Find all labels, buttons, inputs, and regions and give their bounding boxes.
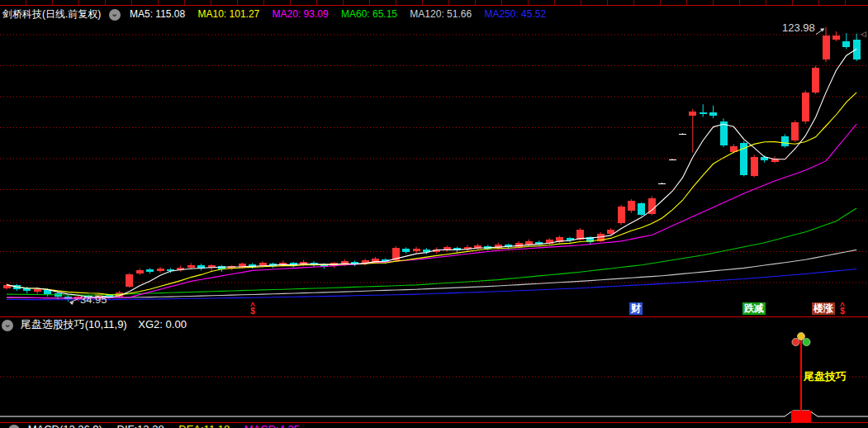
candle-body xyxy=(23,288,31,291)
candle-body xyxy=(607,230,614,233)
dollar-signal-marker[interactable]: ^ $ xyxy=(837,304,847,314)
signal-balls-icon xyxy=(803,339,810,346)
candle-body xyxy=(658,183,666,184)
candle-body xyxy=(842,41,850,47)
candle-body xyxy=(157,269,164,271)
chevron-down-icon[interactable]: ⌄ xyxy=(109,9,121,21)
macd-params-label: MACD(12,26,9) xyxy=(28,423,102,428)
ma120-label: MA120: 51.66 xyxy=(410,8,472,20)
ma250-label: MA250: 45.52 xyxy=(484,8,546,20)
candle-body xyxy=(679,134,686,135)
candle-body xyxy=(136,270,144,273)
event-badge-cai[interactable]: 财 xyxy=(629,302,643,315)
event-badge-diejian[interactable]: 跌减 xyxy=(742,302,766,315)
candle-body xyxy=(669,159,676,160)
top-toolbar-cutoff xyxy=(0,0,868,6)
candle-body xyxy=(689,112,696,116)
candle-body xyxy=(618,207,625,223)
ma5-label: MA5: 115.08 xyxy=(130,8,185,20)
sub-chart-header: ⌄ 尾盘选股技巧(10,11,9) XG2: 0.00 xyxy=(2,318,187,331)
candle-body xyxy=(832,36,840,40)
candle-body xyxy=(187,265,195,269)
candle-body xyxy=(648,198,656,214)
ma60-label: MA60: 65.15 xyxy=(341,8,397,20)
ma10-label: MA10: 101.27 xyxy=(198,8,260,20)
candle-body xyxy=(709,112,717,116)
candle-body xyxy=(791,122,799,140)
candle-body xyxy=(34,289,41,292)
candle-body xyxy=(812,68,819,93)
chevron-down-icon[interactable]: ⌄ xyxy=(2,320,13,331)
main-chart-header: 剑桥科技(日线.前复权) ⌄ MA5: 115.08 MA10: 101.27 … xyxy=(2,7,556,21)
ma-line-ma5 xyxy=(7,49,856,297)
dif-value-label: DIF:12.38 xyxy=(117,423,164,428)
signal-text-annotation: 尾盘技巧 xyxy=(804,369,847,384)
signal-square-marker xyxy=(791,411,811,422)
candle-body xyxy=(628,201,635,211)
dollar-signal-marker[interactable]: ^ $ xyxy=(248,304,258,314)
signal-balls-icon xyxy=(792,339,799,346)
dollar-icon: $ xyxy=(248,309,258,314)
candle-body xyxy=(638,203,645,214)
ma-line-ma10 xyxy=(7,93,856,295)
candle-body xyxy=(402,249,410,252)
xg2-baseline xyxy=(0,411,868,416)
dea-value-label: DEA:11.18 xyxy=(178,423,230,428)
candle-body xyxy=(413,249,420,251)
ma-line-ma120 xyxy=(7,250,856,298)
stock-app-window: 剑桥科技(日线.前复权) ⌄ MA5: 115.08 MA10: 101.27 … xyxy=(0,0,868,428)
candle-body xyxy=(751,157,758,176)
sub-chart-title: 尾盘选股技巧(10,11,9) xyxy=(21,318,127,331)
chart-title: 剑桥科技(日线.前复权) xyxy=(2,8,101,20)
ma-line-ma20 xyxy=(7,124,856,298)
xg2-value-label: XG2: 0.00 xyxy=(138,318,187,331)
candle-body xyxy=(802,93,809,121)
signal-indicator-chart[interactable] xyxy=(0,332,868,422)
candle-body xyxy=(781,136,789,146)
high-price-annotation: 123.98 xyxy=(782,21,815,34)
candle-body xyxy=(823,36,830,60)
dollar-icon: $ xyxy=(837,309,847,314)
candlestick-chart[interactable] xyxy=(0,23,868,316)
event-badge-louzhang[interactable]: 楼涨 xyxy=(812,302,835,315)
signal-balls-icon xyxy=(798,333,805,340)
ma20-label: MA20: 93.09 xyxy=(273,8,329,20)
low-price-annotation: 34.95 xyxy=(80,293,107,306)
macd-status-row: ⌄ MACD(12,26,9) DIF:12.38 DEA:11.18 MACD… xyxy=(8,423,311,428)
scroll-left-icon[interactable]: ◁ xyxy=(861,30,866,38)
panel-divider xyxy=(0,316,868,317)
candle-body xyxy=(700,112,707,115)
chevron-down-icon[interactable]: ⌄ xyxy=(8,425,20,428)
candle-body xyxy=(126,274,133,287)
macd-value-label: MACD:4.25 xyxy=(244,423,300,428)
candle-body xyxy=(146,269,154,272)
